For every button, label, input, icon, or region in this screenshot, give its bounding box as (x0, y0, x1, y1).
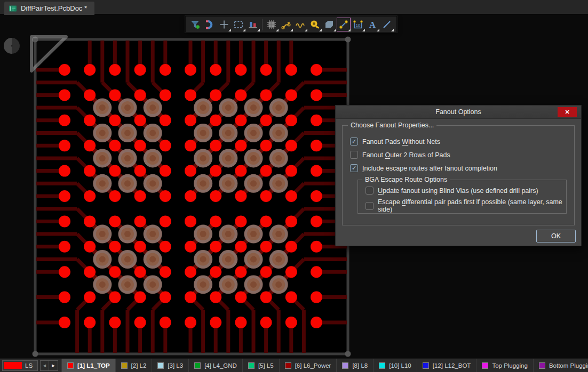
via[interactable] (219, 174, 237, 193)
bga-pad[interactable] (84, 89, 96, 101)
via[interactable] (93, 250, 112, 269)
bga-pad[interactable] (285, 64, 297, 76)
bga-pad[interactable] (285, 215, 297, 227)
checkbox-fanout-pads-without-nets[interactable]: ✓Fanout Pads Without Nets (350, 138, 574, 145)
via[interactable] (219, 149, 237, 167)
bga-pad[interactable] (59, 190, 70, 202)
bga-pad[interactable] (185, 140, 196, 151)
bga-pad[interactable] (134, 115, 146, 126)
checkbox-update-fanout-blind-vias[interactable]: ✓Update fanout using Blind Vias (use def… (365, 187, 566, 195)
bga-pad[interactable] (235, 190, 247, 202)
document-tab[interactable]: DiffPairTest.PcbDoc * (4, 2, 94, 15)
bga-pad[interactable] (311, 241, 322, 253)
pads-icon[interactable] (246, 18, 260, 31)
bga-pad[interactable] (185, 64, 196, 76)
bga-pad[interactable] (260, 190, 272, 202)
bga-pad[interactable] (109, 64, 121, 76)
checkbox-escape-diff-pair-first[interactable]: ✓Escape differential pair pads first if … (365, 198, 566, 213)
bga-pad[interactable] (210, 241, 221, 253)
bga-pad[interactable] (84, 64, 96, 76)
via[interactable] (144, 275, 162, 294)
bga-pad[interactable] (311, 165, 322, 177)
bga-pad[interactable] (285, 190, 297, 202)
bga-pad[interactable] (134, 215, 146, 227)
bga-pad[interactable] (109, 140, 121, 151)
via[interactable] (144, 225, 162, 244)
via[interactable] (244, 225, 263, 244)
layer-tab-5-l5[interactable]: [5] L5 (243, 359, 280, 372)
checkbox-fanout-outer-2-rows[interactable]: ✓Fanout Outer 2 Rows of Pads (350, 151, 574, 159)
dropdown-triangle-icon[interactable] (305, 29, 307, 31)
bga-pad[interactable] (235, 165, 247, 177)
tuning-icon[interactable] (293, 18, 307, 31)
via[interactable] (144, 124, 162, 142)
layer-tab-2-l2[interactable]: [2] L2 (116, 359, 153, 372)
bga-pad[interactable] (235, 64, 247, 76)
via[interactable] (144, 99, 162, 117)
bga-pad[interactable] (160, 190, 171, 202)
bga-pad[interactable] (134, 292, 146, 303)
bga-pad[interactable] (59, 241, 70, 253)
bga-pad[interactable] (185, 215, 196, 227)
bga-pad[interactable] (285, 140, 297, 151)
via[interactable] (244, 174, 263, 193)
checked-checkbox-icon[interactable]: ✓ (350, 164, 358, 172)
bga-pad[interactable] (210, 64, 221, 76)
bga-pad[interactable] (260, 292, 272, 303)
bga-pad[interactable] (235, 140, 247, 151)
bga-pad[interactable] (160, 89, 171, 101)
checked-checkbox-icon[interactable]: ✓ (350, 138, 358, 145)
bga-pad[interactable] (84, 317, 96, 328)
bga-pad[interactable] (134, 317, 146, 328)
bga-pad[interactable] (59, 115, 70, 126)
via[interactable] (194, 174, 212, 193)
scroll-right-button[interactable]: ► (49, 361, 58, 370)
via[interactable] (244, 149, 263, 167)
bga-pad[interactable] (134, 241, 146, 253)
bga-pad[interactable] (210, 165, 221, 177)
bga-pad[interactable] (260, 241, 272, 253)
bga-pad[interactable] (210, 89, 221, 101)
unchecked-checkbox-icon[interactable]: ✓ (365, 187, 374, 195)
via[interactable] (219, 275, 237, 294)
bga-pad[interactable] (260, 115, 272, 126)
bga-pad[interactable] (260, 140, 272, 151)
via[interactable] (244, 250, 263, 269)
bga-pad[interactable] (260, 165, 272, 177)
checkbox-include-escape-routes[interactable]: ✓Include escape routes after fanout comp… (350, 164, 574, 172)
unchecked-checkbox-icon[interactable]: ✓ (350, 151, 358, 159)
bga-pad[interactable] (285, 241, 297, 253)
bga-pad[interactable] (109, 115, 121, 126)
via[interactable] (244, 124, 263, 142)
bga-pad[interactable] (134, 89, 146, 101)
bga-pad[interactable] (59, 165, 70, 177)
bga-pad[interactable] (185, 115, 196, 126)
bga-pad[interactable] (84, 292, 96, 303)
dropdown-triangle-icon[interactable] (333, 29, 336, 31)
bga-pad[interactable] (260, 317, 272, 328)
bga-pad[interactable] (260, 215, 272, 227)
bga-pad[interactable] (109, 266, 121, 278)
bga-pad[interactable] (109, 190, 121, 202)
bga-pad[interactable] (311, 266, 322, 278)
dimension-icon[interactable]: 10 (351, 18, 365, 31)
via[interactable] (269, 99, 288, 117)
via-icon[interactable] (308, 18, 322, 31)
magnet-icon[interactable] (203, 18, 217, 31)
polygon-icon[interactable] (322, 18, 336, 31)
bga-pad[interactable] (235, 317, 247, 328)
dropdown-triangle-icon[interactable] (243, 29, 245, 31)
via[interactable] (118, 149, 137, 167)
bga-pad[interactable] (210, 190, 221, 202)
crosshair-icon[interactable] (217, 18, 231, 31)
layer-tab-12-l12_bot[interactable]: [12] L12_BOT (417, 359, 477, 372)
via[interactable] (118, 225, 137, 244)
via[interactable] (194, 124, 212, 142)
layer-set-control[interactable]: LS (2, 360, 38, 371)
via[interactable] (269, 225, 288, 244)
layer-tab-top-plugging[interactable]: Top Plugging (476, 359, 534, 372)
bga-pad[interactable] (235, 115, 247, 126)
via[interactable] (118, 174, 137, 193)
bga-pad[interactable] (210, 215, 221, 227)
bga-pad[interactable] (160, 115, 171, 126)
